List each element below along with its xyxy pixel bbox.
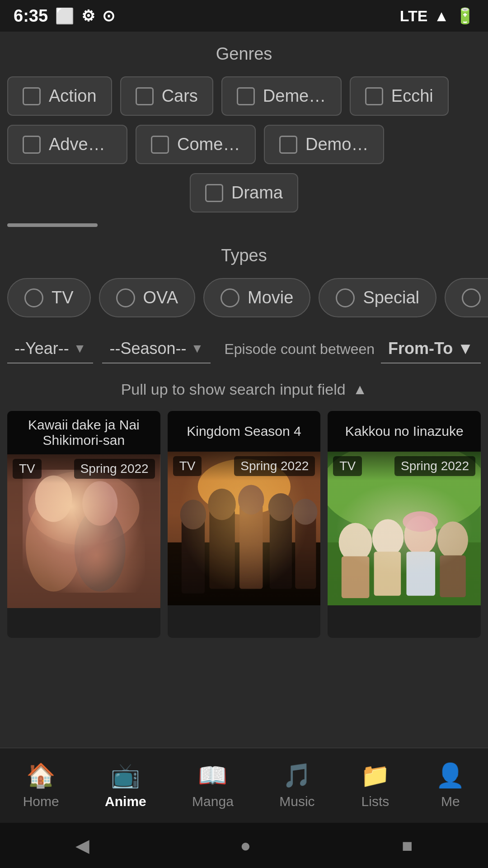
system-nav-bar: ◀ ● ■	[0, 823, 488, 868]
svg-point-29	[403, 511, 438, 532]
type-chip-special[interactable]: Special	[319, 278, 436, 317]
svg-point-11	[180, 500, 206, 529]
genre-checkbox-comedy[interactable]	[151, 136, 169, 154]
bottom-nav: 🏠 Home 📺 Anime 📖 Manga 🎵 Music 📁 Lists 👤…	[0, 748, 488, 823]
genre-checkbox-adventure[interactable]	[23, 136, 41, 154]
genre-chip-comedy[interactable]: Comedy	[136, 125, 256, 164]
genre-label-ecchi: Ecchi	[391, 86, 433, 106]
nav-item-lists[interactable]: 📁 Lists	[352, 757, 399, 814]
svg-rect-14	[239, 505, 263, 589]
types-label: Types	[0, 233, 488, 274]
recent-button[interactable]: ■	[402, 835, 413, 856]
genre-chip-dementia[interactable]: Dementia	[221, 76, 342, 116]
card-title-0: Kawaii dake ja Nai Shikimori-san	[7, 411, 160, 454]
card-image-area-1: TV Spring 2022	[168, 452, 321, 635]
nav-label-lists: Lists	[361, 794, 389, 809]
card-badges-1: TV Spring 2022	[168, 452, 321, 481]
genre-chip-demons[interactable]: Demons	[264, 125, 384, 164]
genre-checkbox-dementia[interactable]	[237, 87, 255, 105]
svg-point-5	[82, 481, 117, 526]
genre-label-adventure: Adventure	[49, 135, 112, 154]
genre-checkbox-cars[interactable]	[136, 87, 154, 105]
signal-icon: ▲	[434, 7, 449, 25]
svg-point-2	[26, 499, 81, 591]
card-season-badge-2: Spring 2022	[394, 456, 475, 476]
nav-label-music: Music	[279, 794, 314, 809]
type-radio-ona[interactable]	[462, 288, 481, 307]
type-chip-movie[interactable]: Movie	[203, 278, 310, 317]
status-right: LTE ▲ 🔋	[400, 7, 474, 25]
genre-checkbox-demons[interactable]	[279, 136, 297, 154]
card-title-1: Kingdom Season 4	[168, 411, 321, 452]
cards-row: Kawaii dake ja Nai Shikimori-san	[0, 411, 488, 638]
type-chip-ova[interactable]: OVA	[99, 278, 195, 317]
episode-count-label: Episode count between	[224, 341, 375, 358]
svg-rect-16	[269, 512, 291, 589]
genre-row-1: Action Cars Dementia Ecchi	[0, 72, 488, 120]
year-arrow-icon: ▼	[74, 341, 86, 356]
genre-chip-adventure[interactable]: Adventure	[7, 125, 127, 164]
episode-filter: Episode count between From-To ▼	[224, 335, 481, 363]
type-radio-ova[interactable]	[116, 288, 135, 307]
type-chip-ona[interactable]: ONA	[445, 278, 488, 317]
genre-label-action: Action	[49, 86, 97, 106]
type-radio-special[interactable]	[336, 288, 355, 307]
nav-item-me[interactable]: 👤 Me	[427, 757, 474, 814]
card-season-badge-1: Spring 2022	[234, 456, 315, 476]
genre-chip-ecchi[interactable]: Ecchi	[350, 76, 449, 116]
type-label-ova: OVA	[143, 288, 178, 307]
episode-range-label: From-To	[388, 339, 453, 358]
year-dropdown[interactable]: --Year-- ▼	[7, 335, 93, 363]
type-label-movie: Movie	[248, 288, 293, 307]
nav-label-home: Home	[23, 794, 59, 809]
genre-chip-cars[interactable]: Cars	[120, 76, 213, 116]
anime-card-2[interactable]: Kakkou no Iinazuke	[328, 411, 481, 638]
type-label-special: Special	[363, 288, 419, 307]
me-icon: 👤	[436, 762, 465, 789]
svg-point-4	[75, 508, 126, 592]
genre-chip-drama[interactable]: Drama	[190, 173, 298, 212]
home-button[interactable]: ●	[240, 835, 251, 856]
manga-icon: 📖	[198, 762, 227, 789]
season-dropdown[interactable]: --Season-- ▼	[102, 335, 211, 363]
type-chip-tv[interactable]: TV	[7, 278, 91, 317]
pull-up-label: Pull up to show search input field	[121, 381, 346, 398]
genre-checkbox-action[interactable]	[23, 87, 41, 105]
home-icon: 🏠	[26, 762, 56, 789]
svg-point-19	[293, 499, 317, 524]
type-radio-movie[interactable]	[221, 288, 239, 307]
episode-range-dropdown[interactable]: From-To ▼	[381, 335, 481, 363]
back-button[interactable]: ◀	[75, 835, 89, 856]
genre-chip-action[interactable]: Action	[7, 76, 112, 116]
nav-item-home[interactable]: 🏠 Home	[14, 757, 68, 814]
genre-checkbox-drama[interactable]	[205, 184, 223, 202]
svg-rect-18	[295, 517, 316, 589]
genres-label: Genres	[0, 32, 488, 72]
nav-item-anime[interactable]: 📺 Anime	[96, 757, 155, 814]
music-icon: 🎵	[282, 762, 312, 789]
card-season-badge-0: Spring 2022	[74, 459, 155, 479]
episode-range-arrow-icon: ▼	[457, 339, 474, 358]
pull-up-bar[interactable]: Pull up to show search input field ▲	[0, 368, 488, 411]
anime-card-1[interactable]: Kingdom Season 4	[168, 411, 321, 638]
card-image-area-0: TV Spring 2022	[7, 454, 160, 638]
genre-checkbox-ecchi[interactable]	[365, 87, 383, 105]
status-bar: 6:35 ⬜ ⚙ ⊙ LTE ▲ 🔋	[0, 0, 488, 32]
nav-label-me: Me	[441, 794, 460, 809]
svg-rect-10	[181, 519, 204, 593]
nav-item-music[interactable]: 🎵 Music	[270, 757, 324, 814]
nav-label-manga: Manga	[192, 794, 234, 809]
status-left: 6:35 ⬜ ⚙ ⊙	[14, 6, 115, 26]
genre-label-drama: Drama	[231, 183, 283, 203]
svg-point-24	[339, 523, 372, 562]
type-radio-tv[interactable]	[24, 288, 43, 307]
card-title-2: Kakkou no Iinazuke	[328, 411, 481, 452]
nav-item-manga[interactable]: 📖 Manga	[183, 757, 243, 814]
genre-row-3: Drama	[0, 169, 488, 217]
svg-point-15	[238, 485, 264, 515]
svg-point-31	[438, 522, 469, 559]
at-sign-icon: ⊙	[102, 7, 115, 25]
anime-card-0[interactable]: Kawaii dake ja Nai Shikimori-san	[7, 411, 160, 638]
genre-label-comedy: Comedy	[177, 135, 240, 154]
svg-rect-12	[209, 510, 235, 589]
